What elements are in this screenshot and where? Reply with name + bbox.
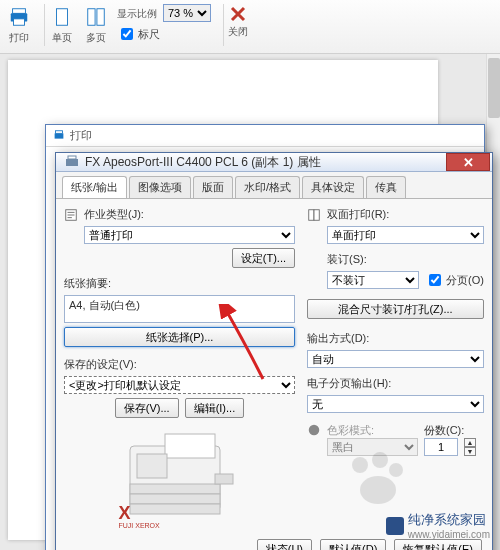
svg-point-22 — [372, 452, 388, 468]
svg-point-23 — [389, 463, 403, 477]
svg-rect-16 — [137, 454, 167, 478]
svg-point-21 — [352, 457, 368, 473]
paw-watermark — [340, 450, 410, 510]
staple-label: 装订(S): — [307, 252, 484, 267]
paper-select-button[interactable]: 纸张选择(P)... — [64, 327, 295, 347]
zoom-select[interactable]: 73 % — [163, 4, 211, 22]
close-icon: ✕ — [463, 155, 474, 170]
ribbon-view-group: 显示比例 73 % 标尺 — [117, 4, 211, 43]
separator — [223, 4, 224, 46]
paper-summary-list[interactable]: A4, 自动(白色) — [64, 295, 295, 323]
restore-defaults-button[interactable]: 恢复默认值(E) — [394, 539, 482, 550]
preview-area: 打印 FX ApeosPort-III C4400 PCL 6 (副本 1) 属… — [0, 54, 500, 550]
spin-down[interactable]: ▼ — [464, 447, 476, 456]
tab-fax[interactable]: 传真 — [366, 176, 406, 198]
svg-rect-8 — [66, 159, 78, 166]
ruler-checkbox[interactable]: 标尺 — [117, 25, 160, 43]
single-page-icon — [49, 4, 75, 30]
ribbon-close[interactable]: 关闭 — [228, 4, 248, 39]
svg-rect-18 — [309, 209, 314, 220]
tab-strip: 纸张/输出 图像选项 版面 水印/格式 具体设定 传真 — [56, 172, 492, 199]
svg-point-24 — [360, 476, 396, 504]
print-dialog-titlebar: 打印 — [46, 125, 484, 147]
mixed-size-button[interactable]: 混合尺寸装订/打孔(Z)... — [307, 299, 484, 319]
tab-image-options[interactable]: 图像选项 — [129, 176, 191, 198]
svg-rect-15 — [165, 434, 215, 458]
svg-rect-4 — [88, 9, 95, 26]
svg-rect-0 — [13, 9, 26, 14]
color-mode-icon — [307, 423, 321, 437]
fuji-xerox-logo: XFUJI XEROX — [119, 504, 160, 529]
ribbon-single-page[interactable]: 单页 — [49, 4, 75, 45]
dialog-title: FX ApeosPort-III C4400 PCL 6 (副本 1) 属性 — [85, 154, 446, 171]
zoom-label: 显示比例 — [117, 7, 157, 21]
tab-specific[interactable]: 具体设定 — [302, 176, 364, 198]
save-settings-button[interactable]: 保存(V)... — [115, 398, 179, 418]
ruler-check-input[interactable] — [121, 28, 133, 40]
separator — [44, 4, 45, 46]
scroll-thumb[interactable] — [488, 58, 500, 118]
state-button[interactable]: 状态(U) — [257, 539, 312, 550]
tab-paper-output[interactable]: 纸张/输出 — [62, 176, 127, 198]
copies-label: 份数(C): — [424, 424, 464, 436]
edit-settings-button[interactable]: 编辑(I)... — [185, 398, 245, 418]
tab-watermark[interactable]: 水印/格式 — [235, 176, 300, 198]
paging-checkbox[interactable]: 分页(O) — [425, 271, 484, 289]
site-watermark: 纯净系统家园 www.yidaimei.com — [386, 511, 490, 540]
ribbon: 打印 单页 多页 显示比例 73 % 标尺 关闭 — [0, 0, 500, 54]
esort-label: 电子分页输出(H): — [307, 376, 484, 391]
duplex-label: 双面打印(R): — [327, 207, 389, 222]
printer-icon — [64, 154, 80, 170]
svg-rect-13 — [130, 494, 220, 504]
svg-rect-19 — [314, 209, 319, 220]
job-type-select[interactable]: 普通打印 — [84, 226, 295, 244]
tab-layout[interactable]: 版面 — [193, 176, 233, 198]
saved-settings-select[interactable]: <更改>打印机默认设定 — [64, 376, 295, 394]
svg-rect-12 — [130, 484, 220, 494]
svg-rect-9 — [68, 156, 76, 159]
properties-titlebar[interactable]: FX ApeosPort-III C4400 PCL 6 (副本 1) 属性 ✕ — [56, 153, 492, 172]
paper-summary-label: 纸张摘要: — [64, 276, 295, 291]
svg-rect-17 — [215, 474, 233, 484]
svg-point-20 — [309, 425, 320, 436]
close-icon — [228, 4, 248, 24]
output-method-label: 输出方式(D): — [307, 331, 484, 346]
svg-rect-5 — [97, 9, 104, 26]
close-button[interactable]: ✕ — [446, 153, 490, 171]
staple-select[interactable]: 不装订 — [327, 271, 419, 289]
spin-up[interactable]: ▲ — [464, 438, 476, 447]
duplex-icon — [307, 208, 321, 222]
ribbon-multi-page[interactable]: 多页 — [83, 4, 109, 45]
svg-rect-6 — [55, 133, 64, 138]
left-column: 作业类型(J): 普通打印 设定(T)... 纸张摘要: A4, 自动(白色) … — [64, 207, 295, 531]
output-method-select[interactable]: 自动 — [307, 350, 484, 368]
svg-rect-7 — [56, 130, 63, 133]
color-mode-label: 色彩模式: — [327, 424, 374, 436]
printer-properties-dialog: FX ApeosPort-III C4400 PCL 6 (副本 1) 属性 ✕… — [55, 152, 493, 550]
printer-illustration: XFUJI XEROX — [115, 426, 245, 531]
svg-rect-3 — [57, 9, 68, 26]
job-type-icon — [64, 208, 78, 222]
multi-page-icon — [83, 4, 109, 30]
job-type-label: 作业类型(J): — [84, 207, 144, 222]
ribbon-print[interactable]: 打印 — [6, 4, 32, 45]
esort-select[interactable]: 无 — [307, 395, 484, 413]
printer-icon — [6, 4, 32, 30]
printer-icon — [52, 129, 66, 143]
duplex-select[interactable]: 单面打印 — [327, 226, 484, 244]
job-settings-button[interactable]: 设定(T)... — [232, 248, 295, 268]
defaults-button[interactable]: 默认值(D) — [320, 539, 386, 550]
watermark-logo-icon — [386, 517, 404, 535]
tab-pane: 作业类型(J): 普通打印 设定(T)... 纸张摘要: A4, 自动(白色) … — [56, 199, 492, 535]
svg-rect-2 — [14, 19, 25, 25]
saved-settings-label: 保存的设定(V): — [64, 357, 295, 372]
copies-input[interactable] — [424, 438, 458, 456]
